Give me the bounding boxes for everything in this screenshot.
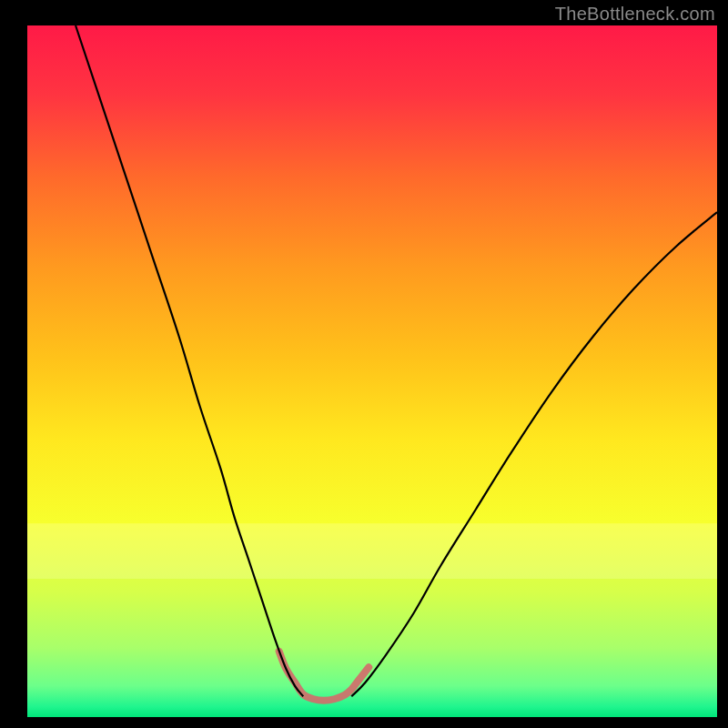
chart-svg [0,0,728,728]
watermark-text: TheBottleneck.com [555,4,715,25]
pale-band [27,523,717,579]
chart-stage: TheBottleneck.com [0,0,728,728]
gradient-background [27,25,717,717]
